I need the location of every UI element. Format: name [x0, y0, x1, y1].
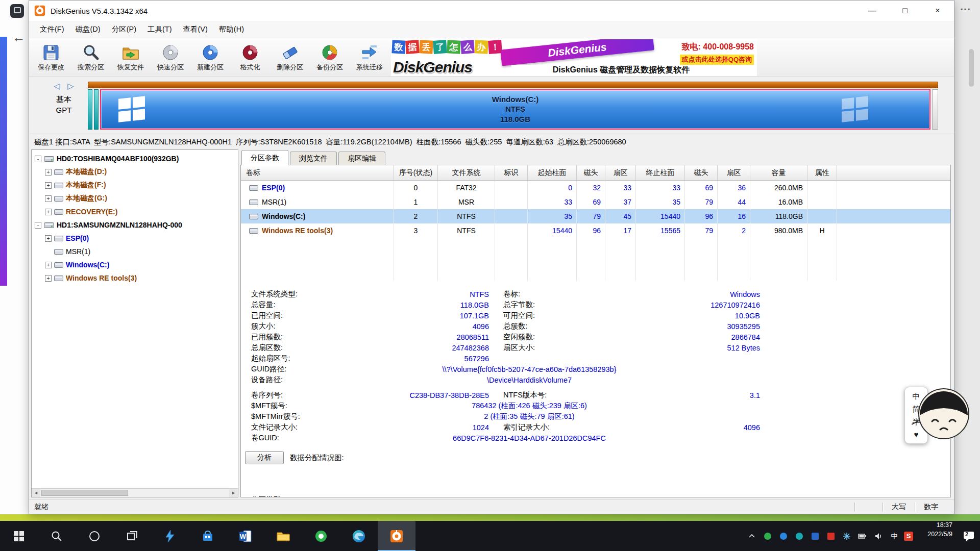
partition-re-bar[interactable]	[932, 89, 938, 130]
tray-speaker-icon[interactable]	[872, 530, 885, 542]
column-header[interactable]: 终止柱面	[636, 165, 685, 181]
tree-node-hd1-part2[interactable]: +Windows(C:)	[32, 258, 238, 271]
column-header[interactable]: 属性	[807, 165, 837, 181]
expand-icon[interactable]: +	[45, 169, 52, 176]
tree-node-hd1-part3[interactable]: +Windows RE tools(3)	[32, 271, 238, 285]
menu-item-2[interactable]: 磁盘(D)	[70, 24, 106, 34]
expand-icon[interactable]: +	[45, 195, 52, 202]
nav-left-icon[interactable]: ◁	[54, 82, 60, 90]
column-header[interactable]: 起始柱面	[528, 165, 577, 181]
toolbar-system-migration-button[interactable]: 系统迁移	[350, 40, 389, 76]
cortana-button[interactable]	[76, 521, 113, 551]
tree-node-hd1-part1[interactable]: MSR(1)	[32, 245, 238, 258]
expand-icon[interactable]: +	[45, 262, 52, 268]
tray-battery-icon[interactable]	[856, 530, 869, 542]
menu-item-3[interactable]: 分区(P)	[106, 24, 142, 34]
more-options-icon[interactable]: …	[960, 0, 972, 13]
tree-node-hd0-part1[interactable]: +本地磁盘(F:)	[32, 179, 238, 192]
column-header[interactable]: 磁头	[577, 165, 605, 181]
app-store[interactable]	[189, 521, 227, 551]
menu-item-5[interactable]: 查看(V)	[178, 24, 213, 34]
tray-blue-icon[interactable]	[777, 530, 790, 542]
close-button[interactable]: ×	[921, 1, 954, 21]
partition-windows-bar[interactable]: Windows(C:) NTFS 118.0GB	[100, 89, 930, 130]
tree-node-hd1[interactable]: -HD1:SAMSUNGMZNLN128HAHQ-000	[32, 218, 238, 232]
toolbar-new-partition-button[interactable]: 新建分区	[190, 40, 230, 76]
taskbar-search-button[interactable]	[38, 521, 76, 551]
menu-item-6[interactable]: 帮助(H)	[213, 24, 250, 34]
task-view-button[interactable]	[113, 521, 151, 551]
column-header[interactable]: 序号(状态)	[394, 165, 438, 181]
tab-browse-files[interactable]: 浏览文件	[290, 152, 337, 165]
tray-red-icon[interactable]	[825, 530, 837, 542]
table-cell: 118.0GB	[750, 209, 807, 223]
menu-item-1[interactable]: 文件(F)	[34, 24, 70, 34]
background-app-icon[interactable]	[10, 4, 24, 18]
expand-icon[interactable]: +	[45, 275, 52, 282]
taskbar-clock[interactable]: 18:37 2022/5/9	[920, 521, 952, 551]
column-header[interactable]: 卷标	[241, 165, 394, 181]
tray-square-icon[interactable]	[809, 530, 821, 542]
action-center-button[interactable]: 2	[958, 521, 980, 551]
tree-node-hd0-part3[interactable]: +RECOVERY(E:)	[32, 205, 238, 218]
column-header[interactable]: 扇区	[718, 165, 750, 181]
expand-icon[interactable]: +	[45, 209, 52, 215]
maximize-button[interactable]: □	[889, 1, 921, 21]
ad-banner[interactable]: 数据丢了怎么办！ DiskGenius DiskGenius 致电: 400-0…	[391, 39, 757, 76]
minimize-button[interactable]: —	[856, 1, 889, 21]
tray-snowflake-icon[interactable]	[841, 530, 853, 542]
tray-sogou-icon[interactable]: S	[904, 532, 913, 541]
column-header[interactable]: 扇区	[605, 165, 636, 181]
scroll-right-icon[interactable]: ►	[229, 489, 238, 497]
nav-right-icon[interactable]: ▷	[67, 82, 74, 90]
partition-row[interactable]: Windows(C:)2NTFS357945154409616118.0GB	[241, 209, 950, 223]
partition-row[interactable]: Windows RE tools(3)3NTFS1544096171556579…	[241, 223, 950, 238]
partition-row[interactable]: ESP(0)0FAT3203233336936260.0MB	[241, 181, 950, 195]
app-lightning[interactable]	[151, 521, 189, 551]
table-cell	[807, 252, 837, 266]
collapse-icon[interactable]: -	[35, 222, 41, 229]
table-cell	[495, 266, 528, 281]
toolbar-backup-partition-button[interactable]: 备份分区	[310, 40, 350, 76]
analyze-button[interactable]: 分析	[245, 451, 284, 464]
tray-chevron-icon[interactable]	[746, 530, 758, 542]
collapse-icon[interactable]: -	[35, 156, 41, 162]
tray-teal-icon[interactable]	[793, 530, 805, 542]
app-green-utility[interactable]	[302, 521, 340, 551]
tray-green-icon[interactable]	[762, 530, 774, 542]
ad-qq-link[interactable]: 或点击此处选择QQ咨询	[680, 55, 754, 65]
expand-icon[interactable]: +	[45, 235, 52, 242]
tab-sector-edit[interactable]: 扇区编辑	[338, 152, 385, 165]
tree-node-hd0-part0[interactable]: +本地磁盘(D:)	[32, 165, 238, 179]
scroll-left-icon[interactable]: ◄	[32, 489, 40, 497]
tab-partition-params[interactable]: 分区参数	[241, 150, 288, 165]
app-word[interactable]: W	[227, 521, 264, 551]
column-header[interactable]: 标识	[495, 165, 528, 181]
column-header[interactable]: 磁头	[685, 165, 718, 181]
tree-node-hd0-part2[interactable]: +本地磁盘(G:)	[32, 192, 238, 205]
toolbar-recover-files-button[interactable]: 恢复文件	[111, 40, 151, 76]
toolbar-format-button[interactable]: 格式化	[230, 40, 270, 76]
back-arrow-icon[interactable]: ←	[12, 30, 26, 45]
column-header[interactable]: 容量	[750, 165, 807, 181]
tree-node-hd0[interactable]: -HD0:TOSHIBAMQ04ABF100(932GB)	[32, 152, 238, 165]
app-edge[interactable]	[340, 521, 378, 551]
tree-node-hd1-part0[interactable]: +ESP(0)	[32, 232, 238, 245]
app-file-explorer[interactable]	[264, 521, 302, 551]
expand-icon[interactable]: +	[45, 182, 52, 189]
toolbar-search-button[interactable]: 搜索分区	[71, 40, 111, 76]
toolbar-quick-partition-button[interactable]: 快速分区	[151, 40, 190, 76]
menu-item-4[interactable]: 工具(T)	[142, 24, 178, 34]
scrollbar-thumb[interactable]	[41, 490, 128, 496]
toolbar-save-button[interactable]: 保存更改	[31, 40, 71, 76]
vertical-scrollbar-thumb[interactable]	[969, 49, 974, 87]
partition-row[interactable]: MSR(1)1MSR33693735794416.0MB	[241, 195, 950, 209]
partition-msr-bar[interactable]	[94, 89, 99, 130]
tree-horizontal-scrollbar[interactable]: ◄ ►	[32, 488, 238, 497]
toolbar-delete-partition-button[interactable]: 删除分区	[270, 40, 310, 76]
partition-esp-bar[interactable]	[88, 89, 92, 130]
start-button[interactable]	[0, 521, 38, 551]
app-diskgenius[interactable]	[378, 521, 415, 551]
column-header[interactable]: 文件系统	[438, 165, 495, 181]
tray-ime-indicator[interactable]: 中	[888, 530, 900, 542]
